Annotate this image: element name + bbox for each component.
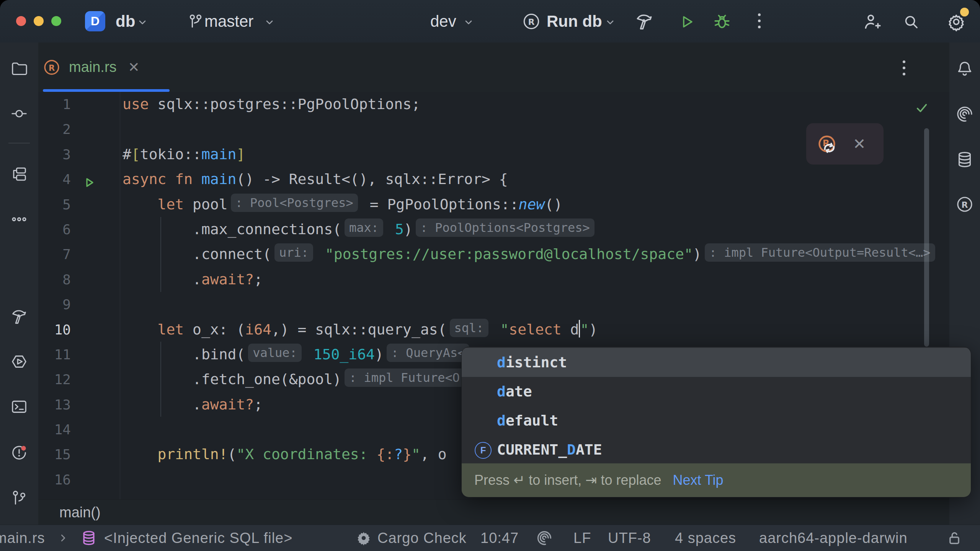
inlay-hint: sql: bbox=[450, 319, 488, 337]
completion-hint: Press ↵ to insert, ⇥ to replace bbox=[474, 472, 662, 488]
line-number: 11 bbox=[38, 342, 120, 367]
completion-footer: Press ↵ to insert, ⇥ to replace Next Tip bbox=[462, 463, 971, 497]
line-number: 10 bbox=[38, 317, 120, 342]
run-config-name[interactable]: Run db bbox=[547, 0, 602, 42]
line-number: 7 bbox=[38, 242, 120, 267]
inlay-hint: : Pool<Postgres> bbox=[231, 194, 358, 212]
project-chevron-down-icon[interactable] bbox=[137, 17, 148, 28]
inlay-hint: : QueryAs< bbox=[387, 344, 470, 362]
inlay-hint: : impl Future<O bbox=[345, 368, 464, 387]
project-name[interactable]: db bbox=[116, 0, 135, 42]
ai-assistant-spiral-icon[interactable] bbox=[956, 105, 974, 123]
macos-minimize-button[interactable] bbox=[34, 16, 44, 26]
notifications-bell-icon[interactable] bbox=[956, 60, 974, 78]
statusbar-cargo-check[interactable]: Cargo Check bbox=[377, 525, 467, 551]
code-line[interactable]: 1use sqlx::postgres::PgPoolOptions; bbox=[38, 92, 949, 117]
line-number: 15 bbox=[38, 442, 120, 467]
terminal-tool-window-icon[interactable] bbox=[10, 398, 28, 416]
build-hammer-icon[interactable] bbox=[635, 12, 654, 31]
indent-guide bbox=[160, 342, 161, 417]
statusbar-spiral-icon[interactable] bbox=[536, 525, 553, 551]
statusbar-lock-icon[interactable] bbox=[946, 525, 963, 551]
next-tip-link[interactable]: Next Tip bbox=[673, 472, 724, 488]
rust-reload-icon[interactable]: R bbox=[817, 134, 837, 154]
tab-options-kebab-icon[interactable] bbox=[903, 60, 905, 75]
build-tool-window-icon[interactable] bbox=[10, 307, 28, 326]
breadcrumb-scope[interactable]: main() bbox=[59, 504, 101, 521]
statusbar-file[interactable]: main.rs bbox=[0, 525, 45, 551]
strip-divider bbox=[8, 143, 30, 143]
code-line[interactable]: 8 .await?; bbox=[38, 267, 949, 292]
structure-icon[interactable] bbox=[10, 165, 28, 183]
statusbar-injected-file[interactable]: <Injected Generic SQL file> bbox=[104, 525, 292, 551]
debug-bug-icon[interactable] bbox=[712, 12, 732, 32]
vcs-branch-name[interactable]: master bbox=[204, 0, 253, 42]
code-text: #[tokio::main] bbox=[120, 142, 245, 167]
run-config-chevron-down-icon[interactable] bbox=[605, 17, 616, 28]
code-text bbox=[120, 417, 131, 442]
code-line[interactable]: 5 let pool: Pool<Postgres> = PgPoolOptio… bbox=[38, 192, 949, 217]
version-control-tool-window-icon[interactable] bbox=[10, 489, 28, 507]
active-tab-indicator bbox=[43, 89, 170, 92]
code-line[interactable]: 7 .connect(uri: "postgres://user:passwor… bbox=[38, 242, 949, 267]
tab-close-icon[interactable]: ✕ bbox=[128, 59, 140, 75]
breadcrumb-chevron-icon bbox=[57, 525, 69, 551]
widget-close-icon[interactable]: ✕ bbox=[853, 135, 866, 153]
cargo-check-gear-icon[interactable] bbox=[355, 525, 372, 551]
macos-close-button[interactable] bbox=[16, 16, 26, 26]
code-text: .await?; bbox=[120, 392, 263, 417]
cargo-tool-window-icon[interactable]: R bbox=[956, 195, 974, 214]
completion-item[interactable]: date bbox=[462, 377, 971, 406]
left-tool-strip bbox=[0, 42, 38, 525]
settings-notification-dot bbox=[960, 8, 969, 16]
search-icon[interactable] bbox=[902, 13, 920, 31]
ide-window: D db master dev R Run db bbox=[0, 0, 980, 551]
macos-zoom-button[interactable] bbox=[51, 16, 61, 26]
env-selector[interactable]: dev bbox=[430, 0, 456, 42]
branch-chevron-down-icon[interactable] bbox=[264, 17, 275, 28]
statusbar-caret-position[interactable]: 10:47 bbox=[480, 525, 519, 551]
project-icon[interactable]: D bbox=[85, 11, 105, 31]
completion-item[interactable]: FCURRENT_DATE bbox=[462, 435, 971, 464]
more-kebab-icon[interactable] bbox=[758, 13, 761, 28]
editor-tab-bar: R main.rs ✕ bbox=[38, 42, 949, 92]
code-text: .max_connections(max: 5): PoolOptions<Po… bbox=[120, 217, 598, 242]
completion-item[interactable]: distinct bbox=[462, 348, 971, 377]
commit-icon[interactable] bbox=[10, 104, 28, 123]
code-text: async fn main() -> Result<(), sqlx::Erro… bbox=[120, 167, 508, 192]
problems-tool-window-icon[interactable] bbox=[10, 443, 28, 462]
services-tool-window-icon[interactable] bbox=[10, 352, 28, 371]
env-chevron-down-icon[interactable] bbox=[463, 17, 474, 28]
inlay-hint: value: bbox=[248, 344, 302, 362]
code-text: .fetch_one(&pool): impl Future<O bbox=[120, 367, 467, 392]
code-text: .bind(value: 150_i64): QueryAs< bbox=[120, 342, 472, 367]
code-line[interactable]: 10 let o_x: (i64,) = sqlx::query_as(sql:… bbox=[38, 317, 949, 342]
statusbar-encoding[interactable]: UTF-8 bbox=[608, 525, 651, 551]
svg-text:R: R bbox=[49, 63, 55, 72]
statusbar-indent[interactable]: 4 spaces bbox=[675, 525, 736, 551]
editor-scrollbar[interactable] bbox=[924, 128, 929, 347]
code-with-me-add-user-icon[interactable] bbox=[862, 12, 882, 32]
line-number: 9 bbox=[38, 292, 120, 317]
code-text bbox=[120, 292, 131, 317]
title-bar: D db master dev R Run db bbox=[0, 0, 980, 42]
rust-file-icon: R bbox=[43, 59, 60, 76]
statusbar-target[interactable]: aarch64-apple-darwin bbox=[759, 525, 908, 551]
inlay-hint: uri: bbox=[274, 243, 313, 262]
line-number: 4 bbox=[38, 167, 120, 192]
code-line[interactable]: 9 bbox=[38, 292, 949, 317]
tab-main-rs[interactable]: R main.rs ✕ bbox=[43, 42, 170, 92]
run-config-rust-icon[interactable]: R bbox=[522, 12, 541, 31]
git-branch-icon[interactable] bbox=[187, 13, 204, 30]
inspections-ok-check-icon[interactable] bbox=[915, 101, 928, 116]
tab-label: main.rs bbox=[69, 59, 117, 75]
line-number: 5 bbox=[38, 192, 120, 217]
run-play-icon[interactable] bbox=[678, 13, 696, 31]
project-folder-icon[interactable] bbox=[10, 60, 28, 78]
code-line[interactable]: 4async fn main() -> Result<(), sqlx::Err… bbox=[38, 167, 949, 192]
completion-item[interactable]: default bbox=[462, 406, 971, 435]
code-line[interactable]: 6 .max_connections(max: 5): PoolOptions<… bbox=[38, 217, 949, 242]
more-tool-windows-icon[interactable] bbox=[10, 210, 28, 228]
statusbar-line-ending[interactable]: LF bbox=[573, 525, 591, 551]
database-tool-window-icon[interactable] bbox=[956, 150, 974, 169]
